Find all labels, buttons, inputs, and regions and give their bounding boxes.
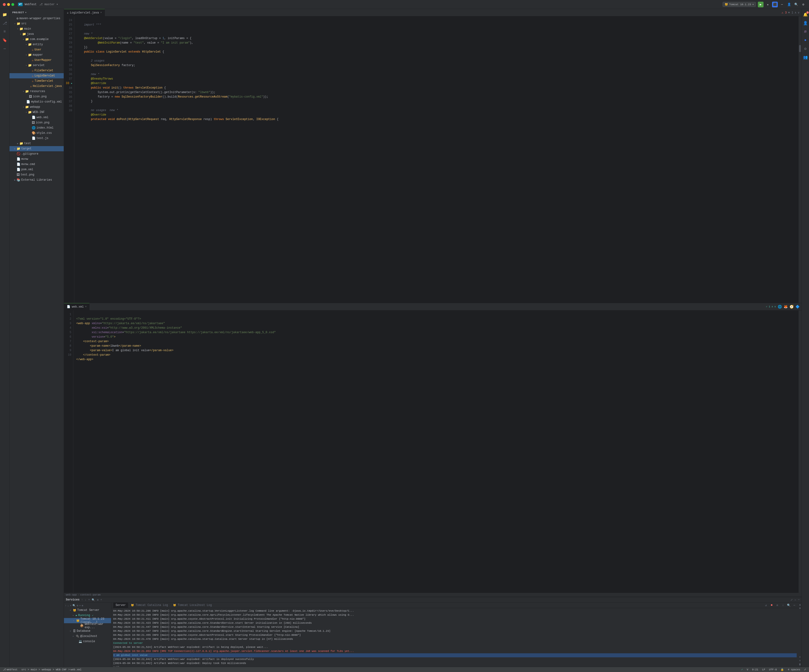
clear-btn[interactable]: ⊘ (775, 603, 780, 608)
editor-scrollbar-loginservlet[interactable] (799, 16, 801, 303)
tree-item-main[interactable]: ▾ 📁 main (10, 26, 64, 32)
service-webtest-artifact[interactable]: 📦 WebTest:war exp... (64, 623, 111, 628)
tab-webxml[interactable]: 📄 web.xml × (64, 303, 89, 310)
service-tomcat-server[interactable]: ▾ 🐱 Tomcat Server (64, 608, 111, 613)
scroll-end-btn[interactable]: ↓ (780, 603, 786, 608)
tree-item-webapp[interactable]: ▾ 📁 webapp (10, 104, 64, 110)
right-person[interactable]: 👥 (802, 54, 809, 61)
right-m-icon[interactable]: m (802, 28, 809, 35)
tree-item-iconpng[interactable]: 🖼 icon.png (10, 94, 64, 99)
console-tab-localhost[interactable]: 🐱 Tomcat Localhost Log (171, 603, 214, 608)
right-settings2[interactable]: ⚙ (802, 45, 809, 53)
tree-item-servlet[interactable]: ▾ 📁 servlet (10, 63, 64, 68)
console-tab-server[interactable]: Server (113, 603, 128, 608)
account-button[interactable]: 👤 (786, 2, 792, 7)
tree-item-stylecss[interactable]: 🎨 style.css (10, 131, 64, 136)
tree-item-user[interactable]: ☕ User (10, 47, 64, 52)
right-notifications[interactable]: 🔔 ! (802, 11, 809, 18)
tree-item-helloservlet[interactable]: ☕ HelloServlet.java (10, 84, 64, 89)
bookmark-button[interactable]: ★ (765, 2, 770, 7)
more-log-btn[interactable]: ⋯ (792, 603, 797, 608)
tree-item-entity[interactable]: ▾ 📁 entity (10, 42, 64, 47)
search-log-btn[interactable]: 🔍 (786, 603, 791, 608)
chrome-icon[interactable]: 🌐 (778, 305, 782, 309)
console-tab-catalina[interactable]: 🐱 Tomcat Catalina Log (129, 603, 170, 608)
tree-item-testjs[interactable]: 📄 test.js (10, 136, 64, 141)
services-close[interactable]: × (88, 598, 90, 601)
safari-icon[interactable]: 🧭 (790, 305, 794, 309)
activity-more[interactable]: ⋯ (1, 45, 8, 53)
activity-bookmarks[interactable]: 🔖 (1, 37, 8, 44)
search-button[interactable]: 🔍 (793, 2, 799, 7)
srv-scroll-down[interactable]: ▼ (799, 607, 801, 610)
status-file-icon[interactable]: 🔒 (780, 668, 785, 671)
tomcat-selector[interactable]: 🐱 Tomcat 10.1.23 ▾ (723, 2, 756, 7)
activity-project[interactable]: 📁 (1, 11, 8, 18)
breadcrumb-webapp[interactable]: web-app (66, 593, 77, 596)
service-database[interactable]: ▾ 🗄 Database (64, 628, 111, 633)
status-editor[interactable]: V (746, 668, 749, 671)
editor-scrollbar-webxml[interactable] (799, 310, 801, 593)
code-editor-loginservlet[interactable]: import *** new * @WebServlet(value = "/l… (74, 16, 799, 303)
loginservlet-tab-close[interactable]: × (101, 12, 102, 14)
activity-structure[interactable]: ≡ (1, 28, 8, 35)
tree-item-loginservlet[interactable]: ☕ LoginServlet (10, 73, 64, 79)
status-line-col[interactable]: 9:21 (751, 668, 759, 671)
minimize-button[interactable] (7, 3, 10, 6)
more-button[interactable]: ⋯ (779, 2, 785, 7)
settings-button[interactable]: ⚙ (801, 2, 806, 7)
srv-end2[interactable]: ≡ (799, 659, 801, 662)
restart-btn[interactable]: ↺ (764, 603, 768, 608)
tree-item-src[interactable]: ▾ 📁 src (10, 21, 64, 26)
status-ok[interactable]: ✓ (740, 668, 744, 671)
tree-item-resources[interactable]: ▾ 📁 resources (10, 89, 64, 94)
tree-item-mvnw[interactable]: 📄 mvnw (10, 156, 64, 162)
tree-item-webxml[interactable]: 📄 web.xml (10, 115, 64, 120)
services-scroll-up[interactable]: ↑ (81, 598, 83, 601)
tree-item-target[interactable]: ▶ 📁 target (10, 146, 64, 151)
srv-end[interactable]: ≡ (799, 656, 801, 659)
status-project[interactable]: ⎇ WebTest (2, 668, 18, 671)
code-editor-webxml[interactable]: <?xml version="1.0" encoding="UTF-8"?> <… (74, 310, 799, 593)
tree-item-maven[interactable]: ⚙ maven-wrapper.properties (10, 16, 64, 21)
tree-item-timeservlet[interactable]: ☕ TimeServlet (10, 79, 64, 84)
services-nav-close[interactable]: × (70, 604, 72, 607)
tree-item-mvnwcmd[interactable]: 📄 mvnw.cmd (10, 162, 64, 167)
status-zoom[interactable]: ⤢ (803, 668, 807, 671)
activity-vcs[interactable]: ⎇ (1, 19, 8, 27)
tree-item-icon2[interactable]: 🖼 icon.png (10, 120, 64, 125)
status-encoding[interactable]: UTF-8 (768, 668, 778, 671)
nav-down[interactable]: ∨ (798, 11, 799, 15)
tree-item-usermapper[interactable]: ☕ UserMapper (10, 57, 64, 63)
firefox-icon[interactable]: 🦊 (784, 305, 788, 309)
tree-item-pomxml[interactable]: 📄 pom.xml (10, 167, 64, 172)
run-button[interactable]: ▶ (758, 2, 764, 7)
services-settings[interactable]: ⚙ (97, 598, 99, 602)
status-path[interactable]: src > main > webapp > WEB-INF > web.xml (20, 668, 82, 671)
status-indent[interactable]: 4 spaces (787, 668, 801, 671)
tree-item-gitignore[interactable]: 🚫 .gitignore (10, 151, 64, 156)
services-nav-add2[interactable]: ⊕ (82, 604, 83, 607)
tree-item-mapper[interactable]: ▾ 📁 mapper (10, 52, 64, 57)
right-circle[interactable]: ● (802, 37, 809, 44)
srv-scroll-up[interactable]: ▲ (799, 603, 801, 606)
edge-icon[interactable]: 🔷 (796, 305, 799, 309)
breadcrumb-context-param[interactable]: context-param (80, 593, 101, 596)
services-filter[interactable]: 🔍 (92, 598, 95, 602)
services-nav-gear[interactable]: ⚙ (77, 604, 78, 607)
services-nav-down[interactable]: ↓ (67, 604, 69, 607)
services-nav-up[interactable]: ↑ (65, 604, 67, 607)
right-users[interactable]: 👤 (802, 19, 809, 27)
tree-item-webinf[interactable]: ▾ 📁 WEB-INF (10, 110, 64, 115)
tab-loginservlet[interactable]: ☕ LoginServlet.java × (64, 9, 105, 16)
webxml-tab-close[interactable]: × (85, 305, 86, 308)
stop-btn[interactable]: ■ (769, 603, 774, 608)
sidebar-dropdown-icon[interactable]: ▾ (25, 11, 27, 14)
tree-item-test[interactable]: ▶ 📁 test (10, 141, 64, 146)
tree-item-java[interactable]: ▾ 📁 java (10, 32, 64, 37)
tree-item-com-example[interactable]: ▾ 📁 com.example (10, 37, 64, 42)
services-add[interactable]: + (101, 598, 102, 601)
tree-item-external-libs[interactable]: ▶ 📚 External Libraries (10, 178, 64, 183)
services-menu[interactable]: ⋯ (794, 598, 796, 602)
nav-up[interactable]: ∧ (795, 11, 796, 15)
